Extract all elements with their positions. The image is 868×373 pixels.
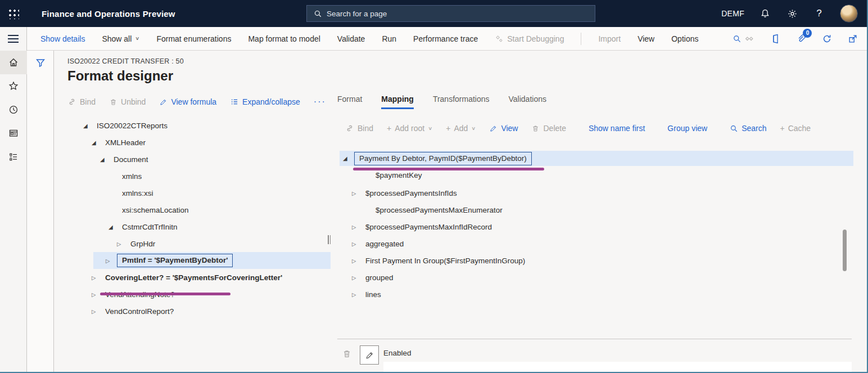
tab-validations[interactable]: Validations: [509, 95, 546, 107]
expander-expanded-icon[interactable]: ◢: [83, 123, 94, 129]
tree-item[interactable]: ▷ lines: [337, 286, 853, 303]
open-in-new-window-icon[interactable]: [847, 33, 859, 45]
expander-expanded-icon[interactable]: ◢: [92, 140, 103, 146]
action-bar-left: Show details Show all ∨ Format enumerati…: [27, 33, 743, 45]
edit-formula-button[interactable]: [360, 345, 379, 365]
tree-item[interactable]: xmlns:xsi: [67, 185, 331, 201]
help-icon[interactable]: ?: [813, 7, 825, 20]
mapping-search-button[interactable]: Search: [730, 124, 766, 133]
validate-button[interactable]: Validate: [337, 34, 365, 43]
nav-hamburger-icon[interactable]: [0, 27, 26, 51]
tree-item-selected[interactable]: ▷ PmtInf = '$PaymentByDebtor': [93, 252, 331, 269]
notifications-bell-icon[interactable]: [759, 7, 771, 20]
attachments-count-badge: 0: [803, 29, 812, 38]
expander-collapsed-icon[interactable]: ▷: [92, 275, 103, 281]
tree-item[interactable]: ▷ $processedPaymentsMaxInfIdRecord: [337, 218, 853, 235]
options-menu[interactable]: Options: [671, 34, 698, 43]
tree-item[interactable]: ▷ First Payment In Group($FirstPaymentIn…: [337, 252, 853, 269]
company-picker[interactable]: DEMF: [721, 9, 744, 18]
unbind-button[interactable]: Unbind: [109, 97, 146, 106]
tree-item[interactable]: $processedPaymentsMaxEnumerator: [337, 201, 853, 218]
plus-icon: +: [780, 124, 785, 133]
view-menu[interactable]: View: [638, 34, 654, 43]
tree-item[interactable]: ▷ aggregated: [337, 235, 853, 252]
tree-item[interactable]: ◢ XMLHeader: [67, 134, 331, 151]
expander-expanded-icon[interactable]: ◢: [343, 155, 354, 161]
tree-item[interactable]: ◢ ISO20022CTReports: [67, 117, 331, 134]
tree-item[interactable]: xmlns: [67, 168, 331, 185]
tree-item[interactable]: xsi:schemaLocation: [67, 201, 331, 218]
expander-collapsed-icon[interactable]: ▷: [117, 241, 128, 247]
nav-modules-list-icon[interactable]: [0, 145, 27, 169]
show-name-first-button[interactable]: Show name first: [589, 124, 645, 133]
expand-collapse-button[interactable]: Expand/collapse: [230, 97, 300, 106]
show-all-menu[interactable]: Show all ∨: [102, 34, 139, 43]
expander-collapsed-icon[interactable]: ▷: [352, 224, 363, 230]
tree-item[interactable]: ▷ grouped: [337, 269, 853, 286]
performance-trace-button[interactable]: Performance trace: [413, 34, 478, 43]
expander-collapsed-icon[interactable]: ▷: [352, 241, 363, 247]
tree-item[interactable]: ◢ CstmrCdtTrfInitn: [67, 218, 331, 235]
enabled-formula-input[interactable]: [383, 362, 852, 372]
panel-splitter-handle[interactable]: [328, 235, 332, 244]
import-menu[interactable]: Import: [598, 34, 621, 43]
action-bar: Show details Show all ∨ Format enumerati…: [27, 27, 867, 51]
expander-collapsed-icon[interactable]: ▷: [352, 291, 363, 298]
tree-item[interactable]: ◢ Document: [67, 151, 331, 168]
tree-item[interactable]: ▷ VendControlReport?: [67, 303, 331, 320]
top-app-bar: Finance and Operations Preview DEMF: [0, 0, 867, 27]
debug-gears-icon: [495, 34, 504, 43]
mapping-toolbar: Bind + Add root ∨ + Add ∨ View: [345, 124, 853, 133]
bind-button[interactable]: Bind: [67, 97, 96, 106]
filter-funnel-icon[interactable]: [27, 51, 54, 75]
tab-format[interactable]: Format: [337, 95, 362, 107]
nav-home-icon[interactable]: [0, 51, 27, 74]
app-launcher-icon[interactable]: [8, 8, 19, 19]
mapping-view-button[interactable]: View: [489, 124, 518, 133]
add-root-menu[interactable]: + Add root ∨: [387, 124, 432, 133]
tree-item-selected[interactable]: ◢ Payment By Debtor, PaymID($PaymentByDe…: [340, 151, 853, 166]
user-avatar[interactable]: [840, 5, 858, 23]
run-button[interactable]: Run: [382, 34, 396, 43]
show-details-button[interactable]: Show details: [40, 34, 85, 43]
actionbar-search-icon[interactable]: [731, 33, 743, 45]
tree-item[interactable]: ▷ $processedPaymentsInfIds: [337, 185, 853, 201]
action-bar-right: 0: [743, 33, 868, 45]
map-format-to-model-button[interactable]: Map format to model: [248, 34, 320, 43]
page-search-input[interactable]: [327, 10, 568, 18]
nav-workspaces-icon[interactable]: [0, 122, 27, 145]
start-debugging-button[interactable]: Start Debugging: [495, 34, 564, 43]
vertical-scrollbar-thumb[interactable]: [843, 230, 847, 271]
format-enumerations-button[interactable]: Format enumerations: [156, 34, 231, 43]
nav-favorites-star-icon[interactable]: [0, 74, 27, 98]
link-icon: [345, 124, 354, 133]
expander-collapsed-icon[interactable]: ▷: [352, 275, 363, 281]
page-search-box[interactable]: [306, 5, 595, 22]
nav-recent-clock-icon[interactable]: [0, 98, 27, 122]
mapping-delete-button[interactable]: Delete: [531, 124, 566, 133]
settings-gear-icon[interactable]: [786, 7, 798, 20]
tab-mapping[interactable]: Mapping: [381, 95, 414, 109]
expander-collapsed-icon[interactable]: ▷: [352, 258, 363, 264]
attachments-paperclip-icon[interactable]: 0: [795, 33, 807, 45]
more-button[interactable]: ···: [314, 97, 326, 107]
group-view-button[interactable]: Group view: [667, 124, 707, 133]
mapping-panel: Format Mapping Transformations Validatio…: [337, 95, 853, 372]
personalization-icon[interactable]: [743, 33, 756, 45]
add-menu[interactable]: + Add ∨: [446, 124, 476, 133]
refresh-icon[interactable]: [821, 33, 833, 45]
expander-collapsed-icon[interactable]: ▷: [106, 258, 117, 264]
office-app-icon[interactable]: [769, 33, 781, 45]
expander-expanded-icon[interactable]: ◢: [108, 224, 120, 230]
cache-button[interactable]: + Cache: [780, 124, 811, 133]
mapping-bind-button[interactable]: Bind: [345, 124, 373, 133]
expander-collapsed-icon[interactable]: ▷: [92, 308, 103, 314]
expander-collapsed-icon[interactable]: ▷: [352, 190, 363, 196]
detail-delete-icon[interactable]: [342, 349, 352, 359]
view-formula-button[interactable]: View formula: [159, 97, 216, 106]
tree-item[interactable]: ▷ GrpHdr: [67, 235, 331, 252]
tab-transformations[interactable]: Transformations: [433, 95, 490, 107]
expander-expanded-icon[interactable]: ◢: [100, 156, 111, 163]
list-icon: [230, 97, 239, 106]
tree-item[interactable]: ▷ CoveringLetter? = '$PaymentsForCoverin…: [67, 269, 331, 286]
